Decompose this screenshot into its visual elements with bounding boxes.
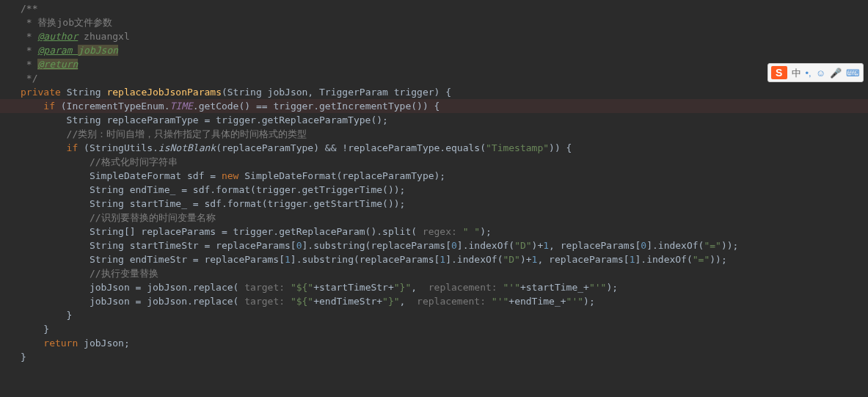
code-text: String endTime_ = sdf.format(trigger.get… [21, 184, 405, 195]
code-text: , [400, 296, 412, 307]
comment: //格式化时间字符串 [21, 156, 178, 167]
comment: /** [21, 3, 37, 14]
code-line: return jobJson; [0, 336, 868, 350]
code-text: (IncrementTypeEnum. [61, 101, 170, 112]
code-line: //识别要替换的时间变量名称 [0, 211, 868, 225]
ime-lang-toggle[interactable]: 中 [792, 66, 801, 80]
code-line: * @param jobJson [0, 43, 868, 57]
code-line-highlighted: if (IncrementTypeEnum.TIME.getCode() == … [0, 99, 868, 113]
code-text: , replaceParams[ [537, 254, 629, 265]
ime-keyboard-icon[interactable]: ⌨ [846, 66, 860, 80]
code-text: ].indexOf( [445, 254, 503, 265]
comment: * [21, 59, 37, 70]
code-line: private String replaceJobJsonParams(Stri… [0, 85, 868, 99]
code-line: SimpleDateFormat sdf = new SimpleDateFor… [0, 169, 868, 183]
enum-field: TIME [170, 101, 193, 112]
string-literal: "Timestamp" [486, 142, 549, 153]
code-line: * @return [0, 57, 868, 71]
number: 0 [451, 240, 457, 251]
code-line: String endTime_ = sdf.format(trigger.get… [0, 183, 868, 197]
code-text: String[] replaceParams = trigger.getRepl… [21, 226, 417, 237]
code-text: , replaceParams[ [549, 240, 641, 251]
keyword: if [21, 142, 84, 153]
code-line: } [0, 322, 868, 336]
javadoc-tag: @author [37, 31, 78, 42]
code-line: jobJson = jobJson.replace( target: "${"+… [0, 294, 868, 308]
code-text: )); [721, 240, 738, 251]
code-text: , [411, 282, 423, 293]
ime-toolbar[interactable]: S 中 •, ☺ 🎤 ⌨ [767, 63, 864, 82]
code-text: +startTimeStr+ [313, 282, 394, 293]
ime-punct-toggle[interactable]: •, [806, 66, 812, 80]
code-text: String startTimeStr = replaceParams[ [21, 240, 296, 251]
code-text: +startTime_+ [520, 282, 589, 293]
number: 1 [543, 240, 549, 251]
string-literal: "'" [566, 296, 583, 307]
code-text: SimpleDateFormat sdf = [21, 170, 222, 181]
code-line: String[] replaceParams = trigger.getRepl… [0, 225, 868, 238]
code-line: String startTime_ = sdf.format(trigger.g… [0, 197, 868, 211]
number: 0 [641, 240, 646, 251]
string-literal: "'" [492, 296, 508, 307]
number: 1 [630, 254, 635, 265]
code-text: .getCode() == trigger.getIncrementType()… [193, 101, 440, 112]
ime-logo-icon[interactable]: S [771, 66, 787, 79]
code-editor[interactable]: /** * 替换job文件参数 * @author zhuangxl * @pa… [0, 0, 868, 364]
code-text: )+ [532, 240, 544, 251]
comment: //类别：时间自增，只操作指定了具体的时间格式的类型 [21, 128, 307, 139]
string-literal: " " [463, 226, 480, 237]
code-line: //格式化时间字符串 [0, 155, 868, 169]
code-text: +endTime_+ [508, 296, 566, 307]
ime-emoji-icon[interactable]: ☺ [816, 66, 825, 80]
type: String [67, 87, 107, 98]
javadoc-tag: @return [37, 59, 78, 70]
string-literal: "${" [291, 296, 313, 307]
code-text: (StringUtils. [84, 142, 158, 153]
code-line: //类别：时间自增，只操作指定了具体的时间格式的类型 [0, 127, 868, 141]
code-line: */ [0, 71, 868, 85]
code-text: String replaceParamType = trigger.getRep… [21, 114, 388, 125]
code-line: String startTimeStr = replaceParams[0].s… [0, 238, 868, 252]
comment: * 替换job文件参数 [21, 17, 112, 28]
keyword: if [21, 101, 61, 112]
string-literal: "=" [704, 240, 721, 251]
string-literal: "=" [693, 254, 710, 265]
code-text: (replaceParamType) && !replaceParamType.… [216, 142, 486, 153]
ime-mic-icon[interactable]: 🎤 [830, 66, 842, 80]
code-text: ].substring(replaceParams[ [291, 254, 440, 265]
code-text: jobJson = jobJson.replace( [21, 282, 238, 293]
string-literal: "D" [503, 254, 519, 265]
code-text: jobJson; [84, 338, 130, 349]
param-hint: replacement: [423, 282, 503, 293]
comment: //识别要替换的时间变量名称 [21, 212, 216, 223]
code-text: ); [480, 226, 492, 237]
method-name: replaceJobJsonParams [106, 87, 222, 98]
number: 1 [440, 254, 445, 265]
comment: //执行变量替换 [21, 268, 158, 279]
keyword: return [21, 338, 84, 349]
param-hint: replacement: [411, 296, 492, 307]
code-line: String endTimeStr = replaceParams[1].sub… [0, 252, 868, 266]
code-text: (String jobJson, TriggerParam trigger) { [222, 87, 451, 98]
javadoc-tag: @param [37, 45, 78, 56]
comment: * [21, 31, 37, 42]
keyword: new [222, 170, 244, 181]
code-text: } [21, 310, 72, 321]
code-line: /** [0, 1, 868, 15]
code-text: ].indexOf( [646, 240, 704, 251]
param-hint: regex: [417, 226, 463, 237]
code-text: )) { [549, 142, 572, 153]
comment: */ [21, 73, 37, 84]
code-line: if (StringUtils.isNotBlank(replaceParamT… [0, 141, 868, 155]
comment: * [21, 45, 37, 56]
code-line: } [0, 350, 868, 364]
number: 1 [285, 254, 291, 265]
code-line: jobJson = jobJson.replace( target: "${"+… [0, 280, 868, 294]
code-text: } [21, 324, 49, 335]
string-literal: "D" [514, 240, 531, 251]
string-literal: "'" [503, 282, 519, 293]
javadoc-param: jobJson [78, 45, 118, 56]
code-line: * 替换job文件参数 [0, 15, 868, 29]
code-text: )); [710, 254, 726, 265]
string-literal: "'" [589, 282, 606, 293]
